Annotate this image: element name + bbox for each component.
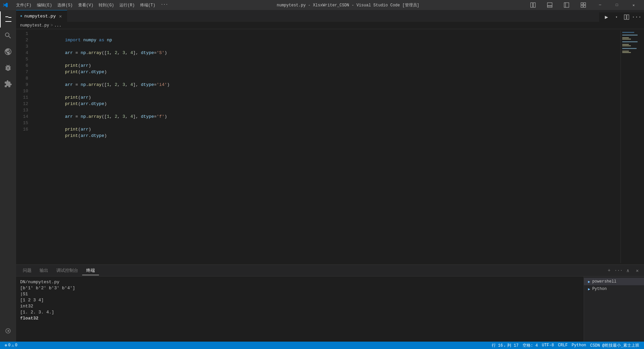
ln-11: 11 <box>19 94 28 101</box>
terminal-python[interactable]: ▶ Python <box>584 285 644 293</box>
code-line-10: print(arr) <box>34 88 614 94</box>
line-numbers: 1 2 3 4 5 6 7 8 9 10 11 12 13 14 15 16 <box>16 31 34 263</box>
terminal-line-5: int32 <box>20 303 580 309</box>
ln-1: 1 <box>19 31 28 37</box>
activity-debug[interactable] <box>0 60 16 76</box>
panel-icon[interactable] <box>542 0 557 10</box>
row-label: 行 16 <box>492 343 503 348</box>
terminal-panel: 问题 输出 调试控制台 终端 + ··· ∧ ✕ DN/numpytest.py… <box>16 264 644 342</box>
panel-close-button[interactable]: ✕ <box>633 266 641 275</box>
minimap <box>621 31 641 263</box>
code-line-15: print(arr) <box>34 120 614 126</box>
terminal-output[interactable]: DN/numpytest.py [b'1' b'2' b'3' b'4'] |S… <box>16 277 584 342</box>
code-line-2 <box>34 37 614 43</box>
ln-5: 5 <box>19 56 28 62</box>
code-line-11: print(arr.dtype) <box>34 94 614 101</box>
terminal-line-6: [1. 2. 3. 4.] <box>20 309 580 315</box>
status-line-ending[interactable]: CRLF <box>556 342 570 349</box>
terminal-line-2: [b'1' b'2' b'3' b'4'] <box>20 285 580 291</box>
status-encoding[interactable]: UTF-8 <box>540 342 556 349</box>
ln-3: 3 <box>19 43 28 50</box>
activity-bar <box>0 10 16 342</box>
tab-close-button[interactable]: ✕ <box>58 13 63 19</box>
maximize-button[interactable]: □ <box>609 0 625 10</box>
status-row-col[interactable]: 行 16 , 列 17 <box>490 342 521 349</box>
panel-tabs: 问题 输出 调试控制台 终端 + ··· ∧ ✕ <box>16 265 644 277</box>
panel-maximize-button[interactable]: ∧ <box>624 266 632 275</box>
status-left: ⊗ 0 ⚠ 0 <box>3 342 19 349</box>
svg-rect-7 <box>584 3 586 5</box>
code-line-7 <box>34 69 614 75</box>
customize-layout-icon[interactable] <box>576 0 591 10</box>
sidebar-icon[interactable] <box>559 0 574 10</box>
close-button[interactable]: ✕ <box>626 0 641 10</box>
menu-select[interactable]: 选择(S) <box>55 1 75 9</box>
status-language[interactable]: Python <box>570 342 588 349</box>
terminal-powershell[interactable]: ▶ powershell <box>584 278 644 285</box>
ln-16: 16 <box>19 126 28 133</box>
status-bar: ⊗ 0 ⚠ 0 行 16 , 列 17 空格: 4 UTF-8 CRLF Pyt… <box>0 342 644 349</box>
vertical-scrollbar[interactable] <box>641 31 644 263</box>
activity-scm[interactable] <box>0 44 16 60</box>
more-actions-button[interactable]: ··· <box>632 12 641 22</box>
activity-test[interactable] <box>0 323 16 339</box>
terminal-more-button[interactable]: ··· <box>614 266 623 275</box>
breadcrumb-file[interactable]: numpytest.py <box>20 23 49 28</box>
ln-10: 10 <box>19 88 28 94</box>
editor-tab[interactable]: ● numpytest.py ✕ <box>16 10 67 22</box>
ln-7: 7 <box>19 69 28 75</box>
add-terminal-button[interactable]: + <box>605 266 613 275</box>
menu-edit[interactable]: 编辑(E) <box>34 1 55 9</box>
editor-container: ● numpytest.py ✕ ▶ ▾ ··· numpytest.py > … <box>16 10 644 342</box>
code-line-8: arr = np.array([1, 2, 3, 4], dtype='i4') <box>34 75 614 82</box>
run-dropdown-button[interactable]: ▾ <box>612 12 621 22</box>
breadcrumb: numpytest.py > ... <box>16 22 644 29</box>
panel-tab-terminal[interactable]: 终端 <box>82 266 99 275</box>
menu-goto[interactable]: 转到(G) <box>96 1 117 9</box>
tabs-bar: ● numpytest.py ✕ ▶ ▾ ··· <box>16 10 644 22</box>
split-editor-button[interactable] <box>622 12 631 22</box>
breadcrumb-symbol[interactable]: ... <box>54 23 62 28</box>
menu-more[interactable]: ··· <box>158 1 171 9</box>
activity-extensions[interactable] <box>0 76 16 92</box>
svg-rect-2 <box>547 3 552 6</box>
python-file-icon: ● <box>20 14 22 18</box>
status-errors[interactable]: ⊗ 0 ⚠ 0 <box>3 342 19 349</box>
error-icon: ⊗ <box>5 343 7 348</box>
activity-search[interactable] <box>0 28 16 44</box>
svg-rect-8 <box>581 5 583 7</box>
menu-file[interactable]: 文件(F) <box>13 1 34 9</box>
panel-tab-debug[interactable]: 调试控制台 <box>52 266 82 275</box>
ln-9: 9 <box>19 82 28 88</box>
run-button[interactable]: ▶ <box>602 12 611 22</box>
powershell-icon: ▶ <box>588 280 590 284</box>
code-line-6: print(arr.dtype) <box>34 62 614 69</box>
tabs-area: ● numpytest.py ✕ <box>16 10 599 22</box>
svg-rect-4 <box>564 3 569 7</box>
menu-terminal[interactable]: 终端(T) <box>138 1 158 9</box>
minimap-content <box>621 31 641 55</box>
panel-tab-output[interactable]: 输出 <box>36 266 52 275</box>
svg-rect-1 <box>533 3 535 7</box>
encoding-label: UTF-8 <box>542 343 554 348</box>
code-editor[interactable]: 1 2 3 4 5 6 7 8 9 10 11 12 13 14 15 16 <box>16 29 644 264</box>
minimize-button[interactable]: ─ <box>592 0 608 10</box>
menu-view[interactable]: 查看(V) <box>75 1 96 9</box>
svg-rect-11 <box>627 15 629 19</box>
menu-bar: 文件(F) 编辑(E) 选择(S) 查看(V) 转到(G) 运行(R) 终端(T… <box>13 1 171 9</box>
panel-actions: + ··· ∧ ✕ <box>605 266 641 275</box>
ln-4: 4 <box>19 50 28 56</box>
language-label: Python <box>572 343 586 348</box>
layout-icon[interactable] <box>525 0 541 10</box>
window-controls: ─ □ ✕ <box>525 0 641 10</box>
menu-run[interactable]: 运行(R) <box>117 1 138 9</box>
panel-tab-problems[interactable]: 问题 <box>19 266 36 275</box>
status-spaces[interactable]: 空格: 4 <box>521 342 540 349</box>
svg-rect-3 <box>547 6 552 7</box>
activity-explorer[interactable] <box>0 11 16 28</box>
code-content[interactable]: import numpy as np arr = np.array([1, 2,… <box>34 31 621 263</box>
vscode-icon <box>3 2 8 8</box>
svg-rect-0 <box>531 3 533 7</box>
code-line-16: print(arr.dtype) <box>34 126 614 133</box>
ln-13: 13 <box>19 107 28 113</box>
